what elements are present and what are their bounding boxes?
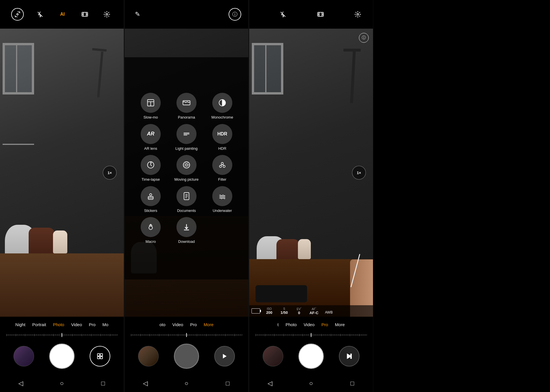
home-nav-panel1[interactable]: ○ — [55, 376, 69, 391]
macro-label: Macro — [146, 239, 156, 244]
exposure-slider-panel2[interactable] — [125, 332, 248, 338]
menu-panorama[interactable]: Panorama — [172, 93, 201, 120]
iso-stat[interactable]: ISO 200 — [264, 307, 275, 315]
svg-rect-17 — [183, 101, 190, 105]
mode-photo[interactable]: Photo — [52, 321, 65, 328]
recent-nav-panel3[interactable]: □ — [345, 376, 360, 391]
mode-video-p2[interactable]: Video — [172, 321, 184, 328]
underwater-label: Underwater — [213, 208, 232, 213]
shutter-speed-stat[interactable]: S 1/50 — [278, 307, 290, 315]
mode-portrait[interactable]: Portrait — [32, 321, 47, 328]
recent-nav-panel1[interactable]: □ — [96, 376, 110, 391]
menu-download[interactable]: Download — [172, 217, 201, 244]
exposure-slider-panel3[interactable] — [249, 332, 373, 338]
menu-hdr[interactable]: HDR HDR — [208, 124, 237, 151]
recent-nav-panel2[interactable]: □ — [221, 376, 235, 391]
back-nav-panel3[interactable]: ◁ — [263, 376, 277, 391]
underwater-icon — [212, 186, 232, 206]
menu-documents[interactable]: Documents — [172, 186, 201, 213]
back-nav-panel1[interactable]: ◁ — [13, 376, 28, 391]
mode-oto[interactable]: oto — [159, 321, 166, 328]
mode-pro-p3[interactable]: Pro — [321, 321, 329, 328]
menu-slow-mo[interactable]: Slow-mo — [136, 93, 165, 120]
mode-pro-p2[interactable]: Pro — [190, 321, 197, 328]
menu-monochrome[interactable]: Monochrome — [208, 93, 237, 120]
back-nav-panel2[interactable]: ◁ — [138, 376, 152, 391]
gallery-thumb-panel3[interactable] — [263, 346, 283, 367]
ar-lens-label: AR lens — [144, 146, 157, 151]
mode-night[interactable]: Night — [15, 321, 26, 328]
home-nav-panel3[interactable]: ○ — [304, 376, 318, 391]
svg-rect-54 — [351, 354, 351, 358]
svg-line-30 — [221, 165, 222, 166]
slow-mo-icon — [141, 93, 161, 113]
gallery-thumb-panel2[interactable] — [138, 346, 159, 367]
shutter-button-panel1[interactable] — [49, 344, 74, 369]
svg-point-9 — [106, 13, 108, 15]
mode-t-p3[interactable]: t — [277, 321, 279, 328]
mode-more-p2[interactable]: More — [203, 321, 214, 328]
video-button-panel3[interactable] — [339, 346, 360, 367]
svg-rect-12 — [97, 356, 100, 359]
menu-macro[interactable]: Macro — [136, 217, 165, 244]
svg-point-52 — [357, 13, 359, 15]
svg-rect-11 — [100, 354, 103, 356]
rotate-icon[interactable] — [11, 8, 24, 21]
light-painting-label: Light painting — [175, 146, 197, 151]
settings-icon-p3[interactable] — [352, 9, 364, 20]
info-icon-panel2[interactable]: ⓘ — [229, 8, 241, 21]
menu-row-1: Slow-mo Panorama — [136, 93, 237, 120]
flash-off-icon[interactable] — [34, 9, 46, 20]
menu-stickers[interactable]: Stickers — [136, 186, 165, 213]
top-bar-panel1: AI — [0, 0, 124, 29]
menu-ar-lens[interactable]: AR AR lens — [136, 124, 165, 151]
awb-stat[interactable]: AWB — [323, 307, 335, 314]
moving-picture-label: Moving picture — [174, 177, 199, 182]
filter-icon — [212, 155, 232, 175]
documents-label: Documents — [177, 208, 196, 213]
ev-stat[interactable]: EV° 0 — [293, 307, 305, 315]
mode-more-p3[interactable]: More — [334, 321, 345, 328]
mode-photo-p3[interactable]: Photo — [285, 321, 297, 328]
edit-icon-panel2[interactable]: ✎ — [132, 9, 143, 20]
zoom-badge-panel1[interactable]: 1× — [103, 166, 117, 180]
mode-switch-panel1[interactable] — [90, 346, 110, 367]
menu-underwater[interactable]: Underwater — [208, 186, 237, 213]
macro-icon — [141, 217, 161, 237]
film-icon-p3[interactable] — [315, 9, 326, 20]
shutter-button-panel3[interactable] — [298, 344, 324, 369]
flash-off-icon-p3[interactable] — [277, 9, 289, 20]
svg-point-27 — [221, 162, 223, 165]
menu-light-painting[interactable]: Light painting — [172, 124, 201, 151]
home-nav-panel2[interactable]: ○ — [179, 376, 194, 391]
settings-icon[interactable] — [101, 9, 113, 20]
nav-bar-panel3: ◁ ○ □ — [249, 375, 373, 392]
mode-video[interactable]: Video — [70, 321, 82, 328]
info-circle-panel3[interactable]: ⓘ — [359, 33, 369, 43]
zoom-badge-panel3[interactable]: 1× — [352, 166, 366, 180]
gallery-thumb-panel1[interactable] — [13, 346, 34, 367]
svg-point-39 — [149, 226, 153, 230]
mode-more[interactable]: Mo — [102, 321, 109, 328]
viewfinder-panel1: 1× — [0, 29, 124, 317]
hdr-label: HDR — [218, 146, 226, 151]
menu-timelapse[interactable]: Time-lapse — [136, 155, 165, 182]
shutter-button-panel2[interactable] — [174, 344, 199, 369]
menu-filter[interactable]: Filter — [208, 155, 237, 182]
film-icon[interactable] — [79, 9, 91, 20]
video-button-panel2[interactable] — [214, 346, 235, 367]
menu-row-4: Stickers Documents — [136, 186, 237, 213]
ai-icon[interactable]: AI — [57, 9, 68, 20]
mode-video-p3[interactable]: Video — [303, 321, 315, 328]
menu-moving-picture[interactable]: Moving picture — [172, 155, 201, 182]
menu-row-5: Macro Download — [136, 217, 237, 244]
monochrome-label: Monochrome — [211, 115, 233, 120]
panorama-icon — [176, 93, 197, 113]
exposure-slider-panel1[interactable] — [0, 332, 124, 338]
mode-pro[interactable]: Pro — [88, 321, 96, 328]
battery-icon — [252, 308, 260, 314]
nav-bar-panel2: ◁ ○ □ — [125, 375, 248, 392]
documents-icon — [176, 186, 197, 206]
af-stat[interactable]: AF° AF-C — [308, 307, 320, 315]
top-bar-panel2: ✎ ⓘ — [125, 0, 248, 29]
